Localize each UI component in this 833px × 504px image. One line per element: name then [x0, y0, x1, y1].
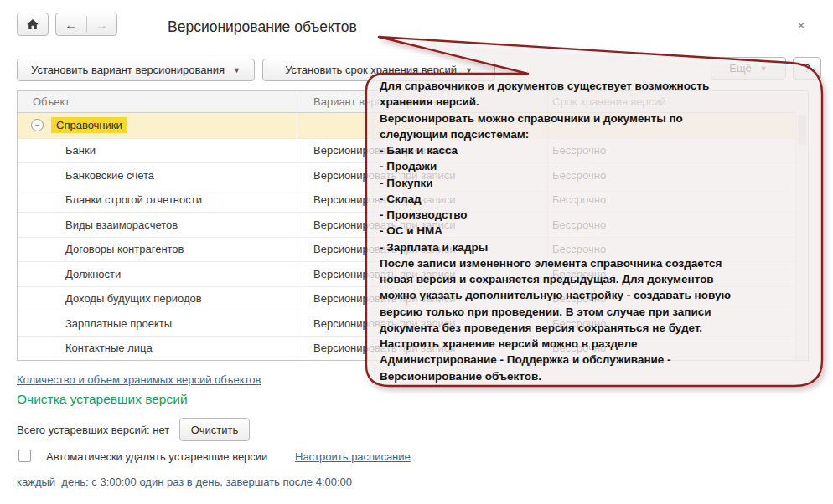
table-row[interactable]: Банковские счетаВерсионировать при запис… [18, 162, 808, 188]
table-row[interactable]: БанкиВерсионировать при записиБессрочно [18, 138, 808, 163]
schedule-link[interactable]: Настроить расписание [295, 450, 411, 463]
table-cell: Бессрочно [547, 287, 796, 311]
back-button[interactable]: ← [56, 13, 86, 35]
table-cell: Версионировать при записи [297, 163, 547, 188]
table-cell: Бланки строгой отчетности [18, 188, 297, 213]
column-header-object[interactable]: Объект [18, 91, 297, 112]
close-icon[interactable]: × [797, 18, 805, 33]
table-cell: Должности [18, 262, 297, 286]
versioning-window: ← → Версионирование объектов × Установит… [0, 0, 833, 504]
chevron-down-icon: ▼ [760, 64, 768, 73]
table-cell: Виды взаиморасчетов [18, 213, 297, 237]
auto-delete-label: Автоматически удалять устаревшие версии [46, 450, 267, 463]
more-label: Ещё [729, 62, 752, 75]
table-cell: Доходы будущих периодов [18, 287, 297, 311]
table-cell: Контактные лица [18, 337, 297, 361]
help-button[interactable]: ? [793, 57, 821, 80]
table-cell: Бессрочно [547, 163, 796, 188]
clear-button-label: Очистить [191, 424, 239, 436]
table-cell: Договоры контрагентов [18, 238, 297, 262]
objects-table: Объект Вариант версионирования Срок хран… [17, 90, 809, 361]
table-cell: Банковские счета [18, 163, 297, 188]
table-cell: Версионировать при записи [297, 139, 547, 163]
table-cell: Зарплатные проекты [18, 311, 297, 336]
table-cell: Версионировать при записи [297, 287, 547, 311]
table-body: − Справочники БанкиВерсионировать при за… [18, 113, 808, 360]
table-cell: Бессрочно [547, 337, 796, 361]
table-cell: Банки [18, 139, 297, 163]
set-variant-label: Установить вариант версионирования [31, 64, 225, 76]
stored-versions-link[interactable]: Количество и объем хранимых версий объек… [17, 373, 261, 386]
collapse-icon[interactable]: − [31, 119, 44, 131]
column-header-period[interactable]: Срок хранения версий [547, 91, 796, 112]
nav-buttons: ← → [55, 13, 117, 36]
cleanup-section-title: Очистка устаревших версий [17, 392, 188, 407]
table-row[interactable]: Доходы будущих периодовВерсионировать пр… [18, 286, 808, 311]
set-period-button[interactable]: Установить срок хранения версий ▼ [262, 59, 495, 81]
table-row[interactable]: Бланки строгой отчетностиВерсионировать … [18, 188, 808, 213]
chevron-down-icon: ▼ [465, 66, 473, 75]
group-row-label: Справочники [51, 117, 127, 133]
table-cell: Бессрочно [547, 311, 796, 336]
more-button[interactable]: Ещё ▼ [711, 57, 786, 80]
page-title: Версионирование объектов [168, 18, 357, 36]
clear-button[interactable]: Очистить [179, 418, 250, 441]
set-variant-button[interactable]: Установить вариант версионирования ▼ [17, 59, 255, 81]
table-row[interactable]: ДолжностиВерсионировать при записиБессро… [18, 261, 808, 286]
table-row[interactable]: Договоры контрагентовВерсионировать при … [18, 237, 808, 262]
column-header-variant[interactable]: Вариант версионирования [297, 91, 547, 112]
table-cell: Версионировать при записи [297, 262, 547, 286]
table-cell: Бессрочно [547, 238, 796, 262]
help-label: ? [804, 62, 810, 75]
table-cell: Бессрочно [547, 213, 796, 237]
home-icon [26, 18, 39, 30]
table-cell: Бессрочно [547, 139, 796, 163]
schedule-text: каждый день; с 3:00:00 один раз в день, … [17, 476, 352, 488]
table-cell: Версионировать при записи [297, 337, 547, 361]
table-cell: Версионировать при записи [297, 213, 547, 237]
table-cell: Версионировать при записи [297, 188, 547, 213]
scrollbar-thumb[interactable] [798, 115, 806, 145]
table-row[interactable]: Контактные лицаВерсионировать при записи… [18, 336, 808, 361]
forward-button[interactable]: → [87, 13, 117, 35]
set-period-label: Установить срок хранения версий [285, 64, 457, 76]
table-row[interactable]: Зарплатные проектыВерсионировать при зап… [18, 311, 808, 336]
home-button[interactable] [17, 13, 49, 36]
vertical-scrollbar[interactable] [795, 112, 808, 360]
table-cell: Версионировать при записи [297, 238, 547, 262]
total-obsolete-label: Всего устаревших версий: нет [17, 424, 169, 436]
table-cell: Версионировать при записи [297, 311, 547, 336]
table-cell: Бессрочно [547, 188, 796, 213]
forward-arrow-icon: → [96, 18, 108, 32]
table-cell: Бессрочно [547, 262, 796, 286]
chevron-down-icon: ▼ [233, 66, 241, 75]
auto-delete-checkbox[interactable] [18, 450, 31, 462]
table-header: Объект Вариант версионирования Срок хран… [18, 91, 808, 113]
table-row[interactable]: Виды взаиморасчетовВерсионировать при за… [18, 212, 808, 237]
table-group-row[interactable]: − Справочники [18, 113, 808, 138]
back-arrow-icon: ← [65, 18, 77, 32]
